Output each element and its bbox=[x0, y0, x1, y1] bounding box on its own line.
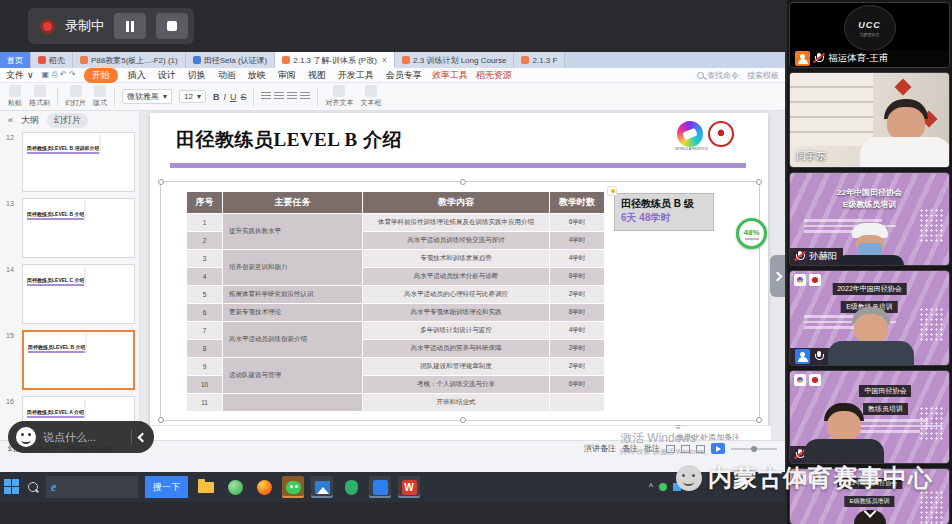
browser-search-box[interactable]: e bbox=[46, 476, 138, 498]
tab-document-1[interactable]: P88教案5(板上...-F2) (1) bbox=[73, 52, 186, 68]
new-slide-button[interactable]: 幻灯片 bbox=[65, 85, 86, 108]
tab-document-4[interactable]: 2.1.3 F bbox=[514, 52, 565, 68]
selection-handle[interactable] bbox=[158, 179, 164, 185]
font-name-select[interactable]: 微软雅黑▾ bbox=[122, 89, 172, 104]
tab-label: 稻壳 bbox=[49, 55, 65, 66]
ribbon-separator bbox=[253, 88, 254, 106]
align-right-icon[interactable] bbox=[287, 92, 297, 101]
menu-tab-slideshow[interactable]: 放映 bbox=[246, 69, 268, 82]
participant-tile-3[interactable]: 22年中国田径协会 E级教练员培训 孙赫阳 bbox=[789, 172, 950, 266]
text-box-button[interactable]: 文本框 bbox=[360, 85, 381, 108]
firefox-glyph bbox=[257, 480, 272, 495]
tray-wechat-icon[interactable] bbox=[659, 483, 667, 491]
format-painter-label: 格式刷 bbox=[29, 98, 50, 108]
menu-tab-insert[interactable]: 插入 bbox=[126, 69, 148, 82]
menu-tab-review[interactable]: 审阅 bbox=[276, 69, 298, 82]
cell-hours: 4学时 bbox=[550, 232, 605, 250]
align-left-icon[interactable] bbox=[261, 92, 271, 101]
taskbar-search-icon[interactable] bbox=[27, 481, 39, 493]
slide-15[interactable]: 田径教练员LEVEL B 介绍 WORLD ATHLETICS bbox=[150, 113, 768, 443]
cell-no: 10 bbox=[187, 376, 223, 394]
wechat-icon-active[interactable] bbox=[282, 476, 304, 498]
quick-access-toolbar[interactable]: ▣ ⎙ ↶ ↷ bbox=[42, 70, 76, 80]
alignment-buttons[interactable] bbox=[261, 92, 310, 101]
optimizer-ball-48[interactable]: 48% bbox=[736, 218, 767, 249]
tab-label: 2.3 训练计划 Long Course bbox=[413, 55, 506, 66]
collapse-panel-icon[interactable]: « bbox=[8, 115, 13, 125]
menu-tab-developer[interactable]: 开发工具 bbox=[336, 69, 376, 82]
annotation-note[interactable]: 田径教练员 B 级 6天 48学时 bbox=[614, 193, 714, 231]
menu-tab-view[interactable]: 视图 bbox=[306, 69, 328, 82]
participant-tile-4[interactable]: 2022年中国田径协会 E级教练员培训 袁吉 bbox=[789, 270, 950, 366]
align-text-button[interactable]: 对齐文本 bbox=[325, 85, 353, 108]
menu-tab-transition[interactable]: 切换 bbox=[186, 69, 208, 82]
font-size-select[interactable]: 12▾ bbox=[179, 90, 206, 103]
tab-document-2[interactable]: 田径Sela (认证课) bbox=[186, 52, 276, 68]
start-button[interactable] bbox=[4, 479, 20, 495]
collapse-chat-icon[interactable] bbox=[138, 432, 148, 442]
wps-office-icon-active[interactable]: W bbox=[398, 476, 420, 498]
align-center-icon[interactable] bbox=[274, 92, 284, 101]
underline-button[interactable]: U bbox=[230, 92, 237, 102]
play-slideshow-button[interactable] bbox=[711, 443, 725, 454]
menu-tab-member[interactable]: 会员专享 bbox=[384, 69, 424, 82]
tab-document-3[interactable]: 2.3 训练计划 Long Course bbox=[395, 52, 514, 68]
font-style-buttons[interactable]: BIUS bbox=[213, 92, 247, 102]
antivirus-icon[interactable] bbox=[340, 476, 362, 498]
strike-button[interactable]: S bbox=[240, 92, 246, 102]
justify-icon[interactable] bbox=[300, 92, 310, 101]
slide-thumbnail-13[interactable]: 13 田径教练员LEVEL B 介绍 bbox=[0, 195, 139, 261]
file-explorer-icon[interactable] bbox=[195, 476, 217, 498]
format-painter-button[interactable]: 格式刷 bbox=[29, 85, 50, 108]
tab-slides[interactable]: 幻灯片 bbox=[47, 113, 88, 128]
selection-handle[interactable] bbox=[460, 179, 466, 185]
close-tab-icon[interactable]: × bbox=[382, 55, 387, 65]
speaker-notes-button[interactable]: 演讲备注 bbox=[584, 443, 616, 454]
file-menu-label: 文件 bbox=[6, 69, 24, 82]
selection-handle[interactable] bbox=[756, 179, 762, 185]
ppt-file-icon bbox=[521, 56, 529, 64]
slide-thumbnail-12[interactable]: 12 田径教练员LEVEL B 培训班介绍 bbox=[0, 129, 139, 195]
italic-button[interactable]: I bbox=[223, 92, 226, 102]
emoji-icon[interactable] bbox=[16, 427, 36, 447]
channel-watermark: 内蒙古体育赛事中心 bbox=[676, 462, 933, 494]
chat-input-placeholder[interactable]: 说点什么... bbox=[43, 430, 124, 445]
photos-icon[interactable] bbox=[311, 476, 333, 498]
tab-docer[interactable]: 稻壳 bbox=[31, 52, 73, 68]
participant-tile-1[interactable]: UCC 为梦想再生 福运体育-王甫 bbox=[789, 2, 950, 68]
pause-recording-button[interactable] bbox=[114, 13, 146, 39]
slide-canvas[interactable]: 田径教练员LEVEL B 介绍 WORLD ATHLETICS bbox=[140, 111, 785, 456]
command-search[interactable]: 查找命令、搜索模板 bbox=[697, 70, 779, 81]
slide-thumbnail-15-selected[interactable]: 15 田径教练员LEVEL B 介绍 bbox=[0, 327, 139, 393]
menu-link-docer[interactable]: 稻壳资源 bbox=[476, 69, 512, 82]
chat-quick-bar[interactable]: 说点什么... bbox=[8, 421, 154, 453]
participants-sidebar: UCC 为梦想再生 福运体育-王甫 闫宇东 22年中国田径协会 E级教练员培训 bbox=[787, 0, 952, 524]
bold-button[interactable]: B bbox=[213, 92, 220, 102]
tab-document-active[interactable]: 2.1.3 了解-训体系 (P改)× bbox=[275, 52, 395, 68]
menu-tab-home[interactable]: 开始 bbox=[84, 68, 118, 83]
slide-thumbnail-14[interactable]: 14 田径教练员LEVEL C 介绍 bbox=[0, 261, 139, 327]
selection-handle[interactable] bbox=[158, 417, 164, 423]
tray-expand-arrow[interactable]: ^ bbox=[649, 482, 653, 492]
zoom-slider[interactable] bbox=[731, 448, 777, 450]
app-blue-icon[interactable] bbox=[369, 476, 391, 498]
mic-muted-icon bbox=[795, 250, 805, 263]
tab-home[interactable]: 首页 bbox=[0, 52, 31, 68]
cell-hours bbox=[550, 394, 605, 412]
panel-header: « 大纲 幻灯片 bbox=[0, 111, 139, 129]
paste-button[interactable]: 粘贴 bbox=[8, 85, 22, 108]
menu-tab-animation[interactable]: 动画 bbox=[216, 69, 238, 82]
participant-tile-5[interactable]: 中国田径协会 教练员培训 袁震 bbox=[789, 370, 950, 464]
browser-360-icon[interactable] bbox=[224, 476, 246, 498]
menu-tab-design[interactable]: 设计 bbox=[156, 69, 178, 82]
blue-app-glyph bbox=[373, 480, 388, 495]
tab-outline[interactable]: 大纲 bbox=[21, 114, 39, 127]
firefox-icon[interactable] bbox=[253, 476, 275, 498]
menu-link-tools[interactable]: 效率工具 bbox=[432, 69, 468, 82]
search-go-button[interactable]: 搜一下 bbox=[145, 476, 188, 498]
stop-recording-button[interactable] bbox=[156, 13, 188, 39]
participant-tile-2[interactable]: 闫宇东 bbox=[789, 72, 950, 168]
file-menu[interactable]: 文件∨ bbox=[6, 69, 34, 82]
layout-button[interactable]: 版式 bbox=[93, 85, 107, 108]
expand-side-panel-button[interactable] bbox=[770, 255, 785, 297]
